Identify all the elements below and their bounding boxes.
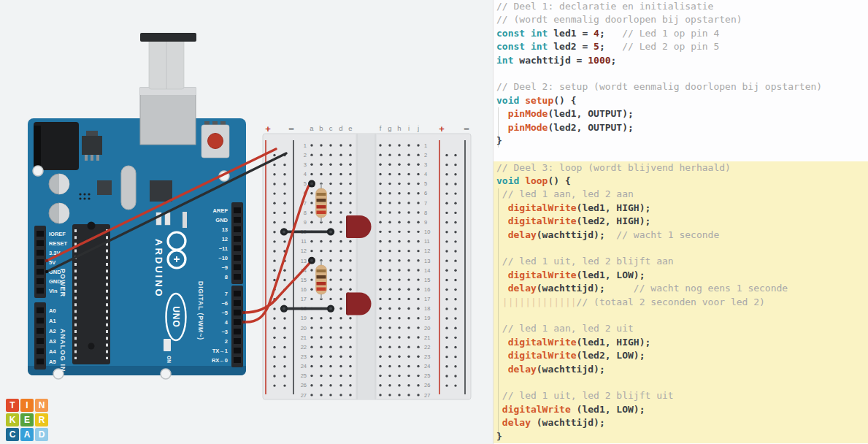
svg-text:6: 6 [424,190,427,196]
svg-text:11: 11 [301,238,307,245]
svg-text:5: 5 [304,180,307,187]
code-line: digitalWrite(led1, LOW); [493,269,868,282]
svg-text:23: 23 [301,353,307,360]
arduino-brand-text: ARDUINO [153,239,164,299]
code-line: digitalWrite(led2, HIGH); [493,215,868,228]
led-1[interactable] [346,215,371,238]
svg-text:2: 2 [424,152,427,158]
code-line: digitalWrite(led2, LOW); [493,349,868,362]
svg-text:A3: A3 [49,338,56,345]
svg-text:Vin: Vin [49,288,58,294]
svg-text:A4: A4 [49,348,56,355]
svg-text:~3: ~3 [221,329,228,335]
code-line: // led 1 uit, led 2 blijft uit [493,389,868,402]
code-line: // Deel 3: loop (wordt blijvend herhaald… [493,161,868,175]
small-ic [150,180,172,202]
svg-text:2: 2 [225,338,228,345]
svg-text:A5: A5 [49,359,56,365]
code-line: } [493,430,868,443]
svg-text:22: 22 [301,344,307,351]
svg-text:f: f [380,124,382,132]
svg-text:7: 7 [225,291,228,297]
svg-text:24: 24 [301,363,307,370]
on-led [164,339,171,351]
arduino-board[interactable]: ARDUINO UNO ON POWER ANALOG IN DIGITAL (… [28,88,246,379]
small-ic [97,180,112,195]
code-line [493,148,868,161]
code-line: void loop() { [493,175,868,188]
svg-text:RX←0: RX←0 [212,357,228,364]
code-line: // (wordt eenmalig doorlopen bij opstart… [493,13,868,26]
svg-text:~11: ~11 [219,245,228,252]
rail-plus-label: + [439,123,445,134]
usb-connector [140,88,196,145]
code-line: delay (wachttijd); [493,416,868,429]
svg-text:27: 27 [301,392,307,399]
code-line: // led 1 uit, led 2 blijft aan [493,255,868,268]
led-2[interactable] [346,293,371,315]
breadboard-center-gap [356,134,377,399]
code-line: delay(wachttijd); [493,363,868,376]
svg-text:22: 22 [424,344,430,351]
svg-text:A1: A1 [49,318,56,324]
svg-text:21: 21 [301,334,307,341]
reset-button [201,121,229,158]
svg-text:24: 24 [424,363,430,370]
indent-guide [498,107,499,148]
code-line: delay(wachttijd); // wacht 1 seconde [493,229,868,242]
svg-text:a: a [310,124,314,132]
svg-text:GND: GND [49,278,61,285]
breadboard[interactable]: + − + − abcdefghij1122334455667788991010… [263,123,471,399]
code-line: digitalWrite(led1, HIGH); [493,202,868,215]
code-line: // led 1 aan, led 2 uit [493,322,868,335]
svg-text:9: 9 [304,219,307,226]
svg-text:23: 23 [424,353,430,360]
svg-text:11: 11 [424,238,430,245]
logo-tile: N [35,399,48,412]
svg-text:4: 4 [424,171,427,177]
svg-text:~6: ~6 [221,300,228,307]
svg-text:~5: ~5 [221,310,228,316]
code-line: // Deel 2: setup (wordt eenmalig doorlop… [493,80,868,93]
code-line [493,309,868,322]
svg-text:25: 25 [424,372,430,379]
svg-text:i: i [408,124,410,132]
svg-text:26: 26 [424,382,430,388]
tinkercad-logo[interactable]: TINKERCAD [6,399,48,441]
svg-text:26: 26 [301,382,307,388]
code-line: } [493,134,868,148]
code-line: pinMode(led2, OUTPUT); [493,121,868,134]
code-editor[interactable]: // Deel 1: declaratie en initialisatie//… [493,0,868,444]
circuit-canvas[interactable]: + − + − abcdefghij1122334455667788991010… [0,0,493,444]
svg-text:3: 3 [304,161,307,168]
svg-text:1: 1 [304,142,307,149]
logo-tile: A [20,428,34,441]
svg-text:GND: GND [215,217,228,223]
code-line: digitalWrite (led1, LOW); [493,403,868,416]
svg-text:14: 14 [424,267,430,274]
svg-text:16: 16 [424,286,430,293]
uno-text: UNO [171,306,181,328]
code-line [493,376,868,389]
svg-text:17: 17 [301,296,307,302]
svg-text:13: 13 [301,258,307,264]
svg-text:5: 5 [424,180,427,187]
svg-text:4: 4 [304,171,307,177]
svg-text:18: 18 [424,305,430,312]
svg-text:8: 8 [304,210,307,216]
svg-text:c: c [329,124,333,132]
logo-tile: K [6,413,19,426]
logo-tile: D [35,428,48,441]
svg-text:12: 12 [301,248,307,254]
svg-text:b: b [319,124,323,132]
logo-tile: C [6,428,19,441]
svg-text:21: 21 [424,334,430,341]
svg-text:7: 7 [424,200,427,207]
code-line: void setup() { [493,94,868,107]
usb-cable[interactable] [140,33,196,89]
logo-tile: R [35,413,48,426]
svg-text:19: 19 [301,315,307,321]
svg-text:20: 20 [301,325,307,332]
code-line: // Deel 1: declaratie en initialisatie [493,0,868,13]
svg-text:A2: A2 [49,328,56,334]
